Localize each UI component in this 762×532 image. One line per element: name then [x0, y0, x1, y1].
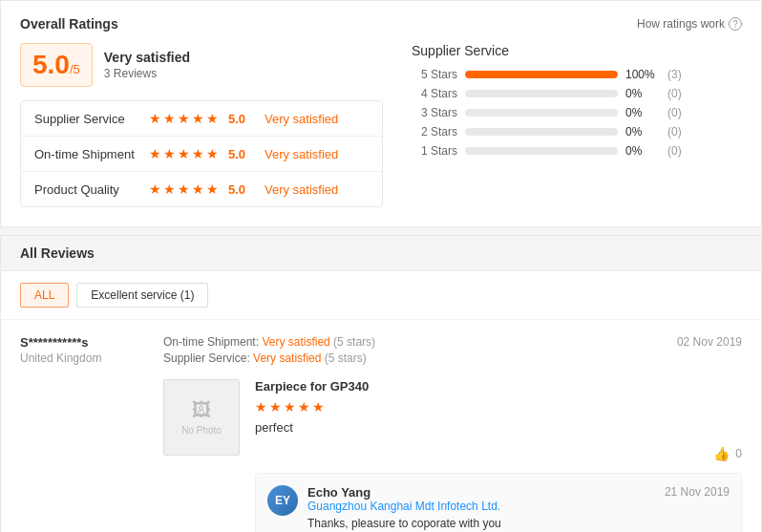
bar-row: 2 Stars 0% (0)	[412, 125, 742, 138]
bar-track	[465, 71, 618, 78]
score-badge: 5.0/5	[20, 43, 93, 87]
stars-container: ★★★★★	[149, 181, 219, 197]
star-icon: ★	[163, 146, 176, 161]
review-item: S***********s United Kingdom On-time Shi…	[1, 320, 761, 532]
product-image: 🖼 No Photo	[163, 379, 240, 456]
rating-label: Supplier Service	[34, 112, 149, 126]
review-date: 02 Nov 2019	[677, 335, 742, 368]
bar-count: (0)	[667, 125, 682, 138]
bar-pct: 100%	[625, 68, 660, 81]
star-icon: ★	[312, 399, 325, 415]
star-icon: ★	[178, 181, 190, 197]
helpful-count: 0	[735, 447, 742, 460]
shipment-key: On-time Shipment:	[163, 335, 262, 349]
reply-text: Thanks, pleasure to coporate with you	[307, 517, 730, 530]
rating-row: Product Quality ★★★★★ 5.0 Very satisfied	[21, 172, 382, 206]
bar-label: 5 Stars	[412, 68, 457, 81]
seller-name: Echo Yang	[307, 485, 500, 500]
ratings-table: Supplier Service ★★★★★ 5.0 Very satisfie…	[20, 100, 383, 207]
bar-track	[465, 128, 618, 136]
how-ratings-link[interactable]: How ratings work ?	[637, 17, 742, 31]
bar-fill	[465, 71, 618, 78]
bar-count: (0)	[667, 87, 682, 100]
star-icon: ★	[163, 111, 176, 126]
score-info: Very satisfied 3 Reviews	[104, 50, 190, 80]
bar-label: 2 Stars	[412, 125, 457, 138]
reviewer-name: S***********s	[20, 335, 144, 350]
bar-label: 1 Stars	[412, 144, 457, 158]
stars-container: ★★★★★	[149, 111, 219, 126]
supplier-service-title: Supplier Service	[412, 43, 742, 58]
service-key: Supplier Service:	[163, 351, 253, 365]
filter-bar: ALLExcellent service (1)	[1, 271, 761, 320]
review-stars: ★★★★★	[255, 399, 742, 415]
reply-date: 21 Nov 2019	[665, 485, 730, 513]
service-stars: (5 stars)	[325, 351, 367, 365]
all-reviews-section: All Reviews ALLExcellent service (1) S**…	[0, 235, 762, 532]
rating-label: Product Quality	[34, 182, 149, 197]
rating-text: Very satisfied	[265, 147, 338, 161]
star-icon: ★	[298, 399, 310, 415]
section-title: Overall Ratings	[20, 16, 118, 32]
bar-count: (0)	[667, 106, 682, 119]
how-ratings-label: How ratings work	[637, 17, 725, 31]
review-details: On-time Shipment: Very satisfied (5 star…	[163, 335, 658, 368]
rating-score: 5.0	[228, 112, 255, 126]
bar-pct: 0%	[625, 125, 660, 138]
stars-container: ★★★★★	[149, 146, 219, 161]
overall-ratings-section: Overall Ratings How ratings work ? 5.0/5…	[0, 0, 762, 227]
score-denom: /5	[70, 62, 80, 76]
seller-reply-content: Echo Yang Guangzhou Kanghai Mdt Infotech…	[307, 485, 730, 530]
star-icon: ★	[206, 111, 219, 126]
star-icon: ★	[206, 146, 219, 161]
thumbs-up-icon[interactable]: 👍	[713, 446, 730, 461]
review-content: 🖼 No Photo Earpiece for GP340 ★★★★★ perf…	[20, 379, 742, 532]
star-icon: ★	[284, 399, 296, 415]
product-name: Earpiece for GP340	[255, 379, 742, 394]
star-icon: ★	[255, 399, 267, 415]
bar-track	[465, 90, 618, 97]
bar-track	[465, 109, 618, 117]
bar-track	[465, 147, 618, 155]
section-header: Overall Ratings How ratings work ?	[20, 16, 742, 32]
seller-reply: EY Echo Yang Guangzhou Kanghai Mdt Infot…	[255, 473, 742, 532]
shipment-detail: On-time Shipment: Very satisfied (5 star…	[163, 335, 658, 349]
rating-score: 5.0	[228, 147, 255, 161]
score-label: Very satisfied	[104, 50, 190, 65]
star-icon: ★	[192, 181, 204, 197]
review-count: 3 Reviews	[104, 67, 190, 80]
star-icon: ★	[192, 146, 204, 161]
rating-row: On-time Shipment ★★★★★ 5.0 Very satisfie…	[21, 137, 382, 172]
reviews-list: S***********s United Kingdom On-time Shi…	[1, 320, 761, 532]
filter-button[interactable]: ALL	[20, 283, 69, 308]
rating-row: Supplier Service ★★★★★ 5.0 Very satisfie…	[21, 101, 382, 137]
bar-row: 4 Stars 0% (0)	[412, 87, 742, 100]
rating-score: 5.0	[228, 182, 255, 197]
service-value: Very satisfied	[253, 351, 325, 365]
bar-label: 3 Stars	[412, 106, 457, 119]
no-photo-label: No Photo	[181, 425, 222, 436]
star-icon: ★	[178, 111, 190, 126]
seller-avatar: EY	[267, 485, 298, 516]
service-detail: Supplier Service: Very satisfied (5 star…	[163, 351, 658, 365]
star-icon: ★	[178, 146, 190, 161]
review-text-section: Earpiece for GP340 ★★★★★ perfect 👍 0 EY …	[255, 379, 742, 532]
star-icon: ★	[206, 181, 219, 197]
star-icon: ★	[149, 181, 161, 197]
bar-count: (0)	[667, 144, 682, 158]
help-icon: ?	[729, 17, 742, 31]
ratings-left: 5.0/5 Very satisfied 3 Reviews Supplier …	[20, 43, 383, 207]
seller-info: Echo Yang Guangzhou Kanghai Mdt Infotech…	[307, 485, 500, 513]
filter-button[interactable]: Excellent service (1)	[76, 283, 208, 308]
bar-label: 4 Stars	[412, 87, 457, 100]
bars-container: 5 Stars 100% (3) 4 Stars 0% (0) 3 Stars …	[412, 68, 742, 158]
rating-text: Very satisfied	[265, 182, 338, 197]
reviewer-country: United Kingdom	[20, 351, 144, 365]
star-icon: ★	[149, 111, 161, 126]
bar-pct: 0%	[625, 87, 660, 100]
bar-row: 5 Stars 100% (3)	[412, 68, 742, 81]
bar-row: 3 Stars 0% (0)	[412, 106, 742, 119]
star-icon: ★	[149, 146, 161, 161]
star-icon: ★	[269, 399, 282, 415]
image-icon: 🖼	[192, 399, 211, 421]
